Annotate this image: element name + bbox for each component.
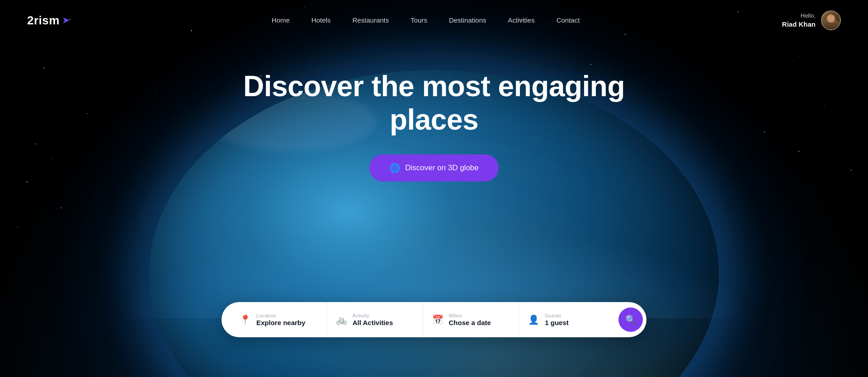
- date-label: When: [449, 313, 491, 318]
- location-icon: 📍: [240, 314, 251, 325]
- location-field-content: Location Explore nearby: [256, 313, 305, 326]
- nav-hello: Hello,: [782, 12, 816, 20]
- nav-item-contact[interactable]: Contact: [557, 16, 580, 24]
- location-value: Explore nearby: [256, 319, 305, 326]
- nav-item-home[interactable]: Home: [272, 16, 290, 24]
- page-wrapper: 2rism ➤ Home Hotels Restaurants Tours De…: [0, 0, 868, 377]
- nav-user: Hello, Riad Khan: [782, 10, 841, 30]
- logo-text: 2rism: [27, 14, 60, 28]
- avatar: [821, 10, 841, 30]
- logo-arrow: ➤: [62, 15, 70, 25]
- calendar-icon: 📅: [432, 314, 443, 325]
- globe-icon: 🌐: [389, 163, 401, 173]
- search-button[interactable]: 🔍: [618, 307, 643, 332]
- guests-label: Guests: [545, 313, 569, 318]
- activity-field-content: Activity All Activities: [353, 313, 393, 326]
- activity-value: All Activities: [353, 319, 393, 326]
- search-bar: 📍 Location Explore nearby 🚲 Activity All…: [222, 302, 646, 337]
- activity-icon: 🚲: [336, 314, 347, 325]
- guests-value: 1 guest: [545, 319, 569, 326]
- date-field-content: When Chose a date: [449, 313, 491, 326]
- nav-item-hotels[interactable]: Hotels: [311, 16, 331, 24]
- date-field[interactable]: 📅 When Chose a date: [423, 302, 519, 337]
- nav-item-restaurants[interactable]: Restaurants: [352, 16, 389, 24]
- logo[interactable]: 2rism ➤: [27, 14, 69, 28]
- activity-field[interactable]: 🚲 Activity All Activities: [327, 302, 423, 337]
- nav-links: Home Hotels Restaurants Tours Destinatio…: [272, 16, 580, 24]
- guests-icon: 👤: [528, 314, 539, 325]
- guests-field-content: Guests 1 guest: [545, 313, 569, 326]
- navbar: 2rism ➤ Home Hotels Restaurants Tours De…: [0, 0, 868, 41]
- location-field[interactable]: 📍 Location Explore nearby: [231, 302, 327, 337]
- nav-item-activities[interactable]: Activities: [508, 16, 534, 24]
- nav-item-destinations[interactable]: Destinations: [449, 16, 486, 24]
- hero-title: Discover the most engaging places: [231, 70, 637, 136]
- location-label: Location: [256, 313, 305, 318]
- date-value: Chose a date: [449, 319, 491, 326]
- guests-field[interactable]: 👤 Guests 1 guest: [519, 302, 615, 337]
- nav-item-tours[interactable]: Tours: [410, 16, 427, 24]
- activity-label: Activity: [353, 313, 393, 318]
- discover-3d-button[interactable]: 🌐 Discover on 3D globe: [369, 154, 499, 182]
- nav-username: Riad Khan: [782, 20, 816, 29]
- search-icon: 🔍: [625, 314, 637, 325]
- nav-user-text: Hello, Riad Khan: [782, 12, 816, 28]
- discover-btn-label: Discover on 3D globe: [405, 163, 479, 172]
